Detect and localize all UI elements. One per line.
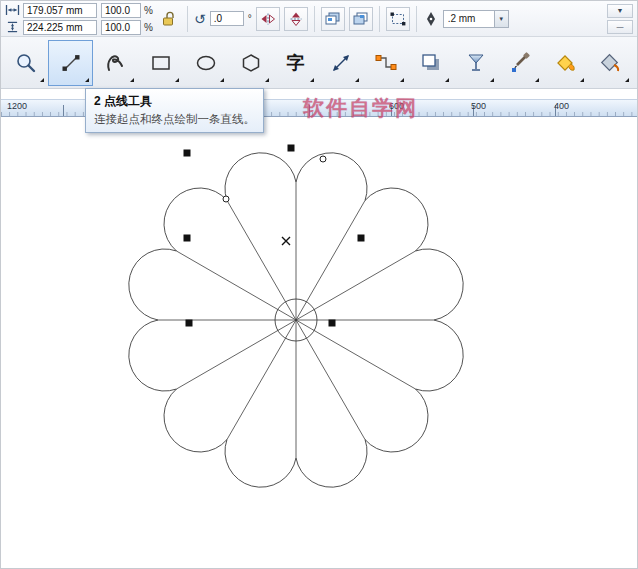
selection-center-mark[interactable] xyxy=(282,237,290,245)
convert-to-curves-icon xyxy=(390,12,406,26)
convert-to-curves-button[interactable] xyxy=(386,7,410,31)
drop-shadow-icon xyxy=(419,51,443,75)
selection-handle[interactable] xyxy=(184,235,191,242)
flower-spokes[interactable] xyxy=(158,182,434,458)
rotation-field[interactable] xyxy=(210,11,244,26)
document-area xyxy=(1,117,637,569)
separator xyxy=(187,6,188,32)
smart-fill-icon xyxy=(554,51,578,75)
outline-pen-icon xyxy=(423,11,439,27)
tooltip: 2 点线工具 连接起点和终点绘制一条直线。 xyxy=(85,88,264,133)
two-point-line-tool-button[interactable] xyxy=(48,40,93,86)
line-node[interactable] xyxy=(320,156,326,162)
drop-shadow-tool-button[interactable] xyxy=(408,40,453,86)
selection-handle[interactable] xyxy=(358,235,365,242)
text-tool-icon: 字 xyxy=(287,54,305,72)
scale-x-field[interactable] xyxy=(101,3,141,18)
selection-handle[interactable] xyxy=(329,320,336,327)
rotation-icon: ↺ xyxy=(194,12,206,26)
degree-label: ° xyxy=(248,13,252,24)
order-to-back-icon xyxy=(353,12,368,25)
selection-handle[interactable] xyxy=(184,150,191,157)
mirror-horizontal-button[interactable] xyxy=(256,7,280,31)
mirror-vertical-button[interactable] xyxy=(284,7,308,31)
position-x-icon xyxy=(5,4,20,16)
fill-tool-button[interactable] xyxy=(588,40,633,86)
selection-handle[interactable] xyxy=(288,145,295,152)
connector-tool-button[interactable] xyxy=(363,40,408,86)
polygon-icon xyxy=(239,51,263,75)
artistic-media-icon xyxy=(104,51,128,75)
scale-x-percent-label: % xyxy=(144,5,153,16)
smart-fill-tool-button[interactable] xyxy=(543,40,588,86)
lock-ratio-button[interactable] xyxy=(157,7,181,31)
scale-y-percent-label: % xyxy=(144,22,153,33)
open-padlock-icon xyxy=(161,10,177,28)
line-node[interactable] xyxy=(223,196,229,202)
polygon-tool-button[interactable] xyxy=(228,40,273,86)
propbar-flyout-button[interactable]: ▼ xyxy=(607,4,633,18)
transparency-glass-icon xyxy=(464,51,488,75)
ellipse-tool-button[interactable] xyxy=(183,40,228,86)
propbar-minimize-button[interactable]: — xyxy=(607,20,633,34)
order-to-front-button[interactable] xyxy=(321,7,345,31)
order-to-back-button[interactable] xyxy=(349,7,373,31)
tooltip-description: 连接起点和终点绘制一条直线。 xyxy=(94,112,255,127)
mirror-horizontal-icon xyxy=(260,13,276,25)
two-point-line-icon xyxy=(59,51,83,75)
rectangle-icon xyxy=(149,51,173,75)
outline-width-value: .2 mm xyxy=(448,13,476,24)
position-x-field[interactable] xyxy=(23,3,97,18)
text-tool-button[interactable]: 字 xyxy=(273,40,318,86)
watermark-text: 软件自学网 xyxy=(303,94,418,122)
zoom-tool-button[interactable] xyxy=(3,40,48,86)
ellipse-icon xyxy=(194,51,218,75)
dimension-icon xyxy=(329,51,353,75)
artistic-media-tool-button[interactable] xyxy=(93,40,138,86)
eyedropper-icon xyxy=(509,51,533,75)
drawing-canvas[interactable] xyxy=(1,117,638,569)
dropdown-arrow-icon: ▼ xyxy=(494,11,508,27)
connector-icon xyxy=(374,51,398,75)
order-to-front-icon xyxy=(325,12,340,25)
coreldraw-window: % % ↺ ° xyxy=(0,0,638,569)
selection-handle[interactable] xyxy=(186,320,193,327)
rectangle-tool-button[interactable] xyxy=(138,40,183,86)
position-y-icon xyxy=(5,21,20,33)
magnifier-icon xyxy=(14,51,38,75)
position-y-field[interactable] xyxy=(23,20,97,35)
mirror-vertical-icon xyxy=(290,11,302,27)
ruler-label: 1200 xyxy=(7,101,27,111)
separator xyxy=(416,6,417,32)
scale-y-field[interactable] xyxy=(101,20,141,35)
dimension-tool-button[interactable] xyxy=(318,40,363,86)
tooltip-title: 2 点线工具 xyxy=(94,93,255,110)
fill-bucket-icon xyxy=(599,51,623,75)
ruler-label: 500 xyxy=(471,101,486,111)
ruler-label: 400 xyxy=(554,101,569,111)
eyedropper-tool-button[interactable] xyxy=(498,40,543,86)
transparency-tool-button[interactable] xyxy=(453,40,498,86)
tool-box: 字 xyxy=(1,37,637,89)
outline-width-select[interactable]: .2 mm ▼ xyxy=(443,10,509,28)
separator xyxy=(314,6,315,32)
property-bar: % % ↺ ° xyxy=(1,1,637,37)
separator xyxy=(379,6,380,32)
